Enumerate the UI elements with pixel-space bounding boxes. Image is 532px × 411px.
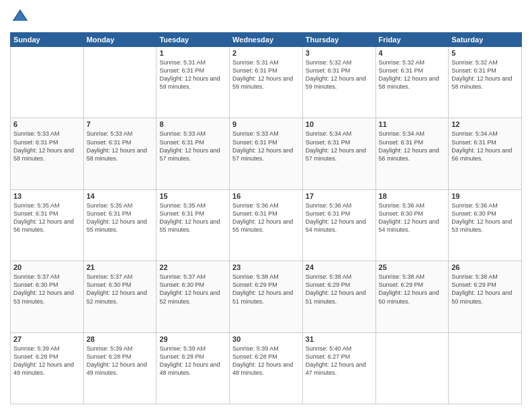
calendar-cell: 21Sunrise: 5:37 AM Sunset: 6:30 PM Dayli…	[83, 261, 157, 332]
day-number: 29	[159, 335, 226, 343]
calendar-cell: 9Sunrise: 5:33 AM Sunset: 6:31 PM Daylig…	[230, 118, 303, 189]
calendar-cell: 16Sunrise: 5:36 AM Sunset: 6:31 PM Dayli…	[230, 189, 303, 261]
day-header-wednesday: Wednesday	[230, 33, 303, 47]
calendar-cell: 6Sunrise: 5:33 AM Sunset: 6:31 PM Daylig…	[11, 118, 84, 189]
day-info: Sunrise: 5:35 AM Sunset: 6:31 PM Dayligh…	[159, 201, 226, 234]
day-number: 11	[379, 120, 446, 128]
calendar-cell: 8Sunrise: 5:33 AM Sunset: 6:31 PM Daylig…	[157, 118, 230, 189]
calendar-cell: 29Sunrise: 5:39 AM Sunset: 6:28 PM Dayli…	[157, 332, 230, 404]
day-number: 2	[232, 49, 300, 57]
day-number: 1	[159, 49, 226, 57]
calendar-cell: 26Sunrise: 5:38 AM Sunset: 6:29 PM Dayli…	[449, 261, 522, 332]
logo	[10, 7, 33, 27]
day-info: Sunrise: 5:33 AM Sunset: 6:31 PM Dayligh…	[13, 130, 81, 163]
day-header-sunday: Sunday	[11, 33, 84, 47]
day-number: 20	[13, 263, 81, 271]
day-number: 27	[13, 335, 81, 343]
day-header-tuesday: Tuesday	[157, 33, 230, 47]
day-number: 26	[451, 263, 519, 271]
calendar-cell	[375, 332, 449, 404]
day-number: 25	[379, 263, 446, 271]
day-info: Sunrise: 5:39 AM Sunset: 6:28 PM Dayligh…	[159, 345, 226, 377]
week-row-2: 13Sunrise: 5:35 AM Sunset: 6:31 PM Dayli…	[11, 189, 522, 261]
day-number: 12	[451, 120, 519, 128]
day-info: Sunrise: 5:37 AM Sunset: 6:30 PM Dayligh…	[87, 273, 154, 306]
calendar-cell: 12Sunrise: 5:34 AM Sunset: 6:31 PM Dayli…	[449, 118, 522, 189]
day-number: 3	[306, 49, 373, 57]
day-info: Sunrise: 5:33 AM Sunset: 6:31 PM Dayligh…	[159, 130, 226, 163]
day-info: Sunrise: 5:39 AM Sunset: 6:28 PM Dayligh…	[232, 345, 300, 377]
day-number: 10	[306, 120, 373, 128]
day-header-thursday: Thursday	[302, 33, 375, 47]
day-number: 23	[232, 263, 300, 271]
day-header-monday: Monday	[83, 33, 157, 47]
calendar-cell	[83, 47, 157, 118]
calendar-cell: 22Sunrise: 5:37 AM Sunset: 6:30 PM Dayli…	[157, 261, 230, 332]
day-header-saturday: Saturday	[449, 33, 522, 47]
calendar-cell	[11, 47, 84, 118]
calendar-cell: 25Sunrise: 5:38 AM Sunset: 6:29 PM Dayli…	[375, 261, 449, 332]
calendar-cell: 2Sunrise: 5:31 AM Sunset: 6:31 PM Daylig…	[230, 47, 303, 118]
day-number: 16	[232, 192, 300, 200]
calendar-cell: 7Sunrise: 5:33 AM Sunset: 6:31 PM Daylig…	[83, 118, 157, 189]
day-number: 14	[87, 192, 154, 200]
day-info: Sunrise: 5:38 AM Sunset: 6:29 PM Dayligh…	[451, 273, 519, 306]
header	[10, 7, 522, 27]
calendar-cell: 13Sunrise: 5:35 AM Sunset: 6:31 PM Dayli…	[11, 189, 84, 261]
calendar-cell: 11Sunrise: 5:34 AM Sunset: 6:31 PM Dayli…	[375, 118, 449, 189]
calendar-cell: 20Sunrise: 5:37 AM Sunset: 6:30 PM Dayli…	[11, 261, 84, 332]
day-number: 13	[13, 192, 81, 200]
day-number: 7	[87, 120, 154, 128]
calendar-cell: 1Sunrise: 5:31 AM Sunset: 6:31 PM Daylig…	[157, 47, 230, 118]
day-info: Sunrise: 5:32 AM Sunset: 6:31 PM Dayligh…	[306, 58, 373, 91]
day-info: Sunrise: 5:39 AM Sunset: 6:28 PM Dayligh…	[87, 345, 154, 377]
day-info: Sunrise: 5:31 AM Sunset: 6:31 PM Dayligh…	[232, 58, 300, 91]
day-info: Sunrise: 5:38 AM Sunset: 6:29 PM Dayligh…	[306, 273, 373, 306]
day-info: Sunrise: 5:36 AM Sunset: 6:30 PM Dayligh…	[451, 201, 519, 234]
day-info: Sunrise: 5:36 AM Sunset: 6:31 PM Dayligh…	[306, 201, 373, 234]
calendar-table: SundayMondayTuesdayWednesdayThursdayFrid…	[10, 32, 522, 404]
day-info: Sunrise: 5:33 AM Sunset: 6:31 PM Dayligh…	[87, 130, 154, 163]
day-number: 15	[159, 192, 226, 200]
day-number: 4	[379, 49, 446, 57]
week-row-4: 27Sunrise: 5:39 AM Sunset: 6:28 PM Dayli…	[11, 332, 522, 404]
day-number: 8	[159, 120, 226, 128]
day-info: Sunrise: 5:37 AM Sunset: 6:30 PM Dayligh…	[13, 273, 81, 306]
calendar-cell: 19Sunrise: 5:36 AM Sunset: 6:30 PM Dayli…	[449, 189, 522, 261]
day-header-friday: Friday	[375, 33, 449, 47]
day-info: Sunrise: 5:34 AM Sunset: 6:31 PM Dayligh…	[379, 130, 446, 163]
day-info: Sunrise: 5:38 AM Sunset: 6:29 PM Dayligh…	[379, 273, 446, 306]
day-number: 5	[451, 49, 519, 57]
calendar-cell: 4Sunrise: 5:32 AM Sunset: 6:31 PM Daylig…	[375, 47, 449, 118]
day-number: 19	[451, 192, 519, 200]
calendar-cell: 27Sunrise: 5:39 AM Sunset: 6:28 PM Dayli…	[11, 332, 84, 404]
week-row-1: 6Sunrise: 5:33 AM Sunset: 6:31 PM Daylig…	[11, 118, 522, 189]
day-number: 18	[379, 192, 446, 200]
day-info: Sunrise: 5:36 AM Sunset: 6:31 PM Dayligh…	[232, 201, 300, 234]
calendar-cell: 24Sunrise: 5:38 AM Sunset: 6:29 PM Dayli…	[302, 261, 375, 332]
calendar-cell: 17Sunrise: 5:36 AM Sunset: 6:31 PM Dayli…	[302, 189, 375, 261]
day-info: Sunrise: 5:32 AM Sunset: 6:31 PM Dayligh…	[379, 58, 446, 91]
page: SundayMondayTuesdayWednesdayThursdayFrid…	[0, 0, 532, 411]
calendar-cell: 30Sunrise: 5:39 AM Sunset: 6:28 PM Dayli…	[230, 332, 303, 404]
day-info: Sunrise: 5:31 AM Sunset: 6:31 PM Dayligh…	[159, 58, 226, 91]
logo-icon	[10, 7, 30, 27]
day-info: Sunrise: 5:32 AM Sunset: 6:31 PM Dayligh…	[451, 58, 519, 91]
calendar-cell: 14Sunrise: 5:35 AM Sunset: 6:31 PM Dayli…	[83, 189, 157, 261]
day-number: 17	[306, 192, 373, 200]
day-number: 22	[159, 263, 226, 271]
calendar-cell: 31Sunrise: 5:40 AM Sunset: 6:27 PM Dayli…	[302, 332, 375, 404]
day-info: Sunrise: 5:39 AM Sunset: 6:28 PM Dayligh…	[13, 345, 81, 377]
day-number: 28	[87, 335, 154, 343]
day-number: 6	[13, 120, 81, 128]
calendar-cell: 18Sunrise: 5:36 AM Sunset: 6:30 PM Dayli…	[375, 189, 449, 261]
week-row-3: 20Sunrise: 5:37 AM Sunset: 6:30 PM Dayli…	[11, 261, 522, 332]
calendar-cell: 23Sunrise: 5:38 AM Sunset: 6:29 PM Dayli…	[230, 261, 303, 332]
calendar-cell: 3Sunrise: 5:32 AM Sunset: 6:31 PM Daylig…	[302, 47, 375, 118]
day-info: Sunrise: 5:35 AM Sunset: 6:31 PM Dayligh…	[87, 201, 154, 234]
day-number: 31	[306, 335, 373, 343]
calendar-cell: 5Sunrise: 5:32 AM Sunset: 6:31 PM Daylig…	[449, 47, 522, 118]
day-number: 30	[232, 335, 300, 343]
day-info: Sunrise: 5:34 AM Sunset: 6:31 PM Dayligh…	[306, 130, 373, 163]
day-number: 21	[87, 263, 154, 271]
